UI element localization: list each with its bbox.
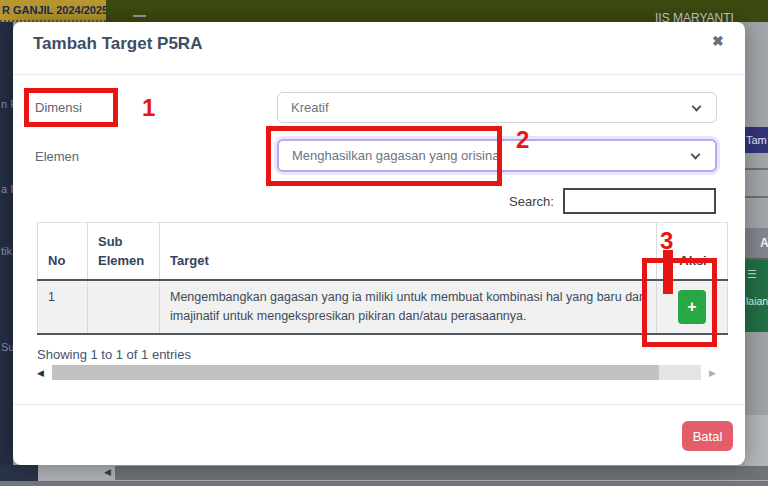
- background-table-border: [745, 196, 768, 198]
- table-hscrollbar-track[interactable]: [52, 365, 701, 380]
- modal-title: Tambah Target P5RA: [33, 34, 202, 54]
- search-label: Search:: [509, 194, 554, 209]
- divider: [13, 404, 745, 405]
- sidebar-item-fragment[interactable]: n P: [1, 98, 13, 110]
- page-bottom-bar: [0, 481, 768, 486]
- minimize-dash-icon: [133, 15, 146, 17]
- app-sidebar: n P a I tik Su: [0, 22, 13, 486]
- add-target-button[interactable]: +: [678, 290, 706, 324]
- background-table-border: [745, 168, 768, 170]
- column-header-sub-elemen[interactable]: Sub Elemen: [88, 223, 160, 279]
- cell-sub-elemen: [88, 281, 160, 333]
- penilaian-button-fragment[interactable]: ☰ laian: [745, 260, 768, 332]
- table-hscrollbar: ◀ ▶: [37, 364, 716, 381]
- app-topbar: [0, 0, 768, 22]
- page-hscrollbar-thumb[interactable]: [115, 466, 768, 480]
- table-hscrollbar-thumb[interactable]: [52, 365, 659, 380]
- sidebar-bottom: [0, 465, 38, 481]
- column-header-no[interactable]: No: [37, 223, 88, 279]
- dimensi-label: Dimensi: [35, 100, 82, 115]
- target-table: No Sub Elemen Target Aksi 1 Mengembangka…: [37, 222, 728, 335]
- menu-icon: ☰: [747, 268, 768, 281]
- sidebar-item-fragment[interactable]: Su: [1, 341, 13, 353]
- scroll-left-icon[interactable]: ◀: [104, 467, 111, 477]
- penilaian-button-label: laian: [745, 295, 768, 307]
- scroll-right-icon[interactable]: ▶: [701, 368, 716, 378]
- dimensi-select[interactable]: Kreatif: [277, 92, 717, 123]
- cell-aksi: +: [657, 281, 728, 333]
- scroll-left-icon[interactable]: ◀: [37, 368, 52, 378]
- dimensi-selected-value: Kreatif: [291, 100, 329, 115]
- elemen-select[interactable]: Menghasilkan gagasan yang orisinal: [277, 139, 717, 172]
- cell-target: Mengembangkan gagasan yang ia miliki unt…: [160, 281, 657, 333]
- cancel-button[interactable]: Batal: [682, 421, 733, 451]
- tambah-button-fragment[interactable]: Tam: [745, 127, 768, 153]
- background-aksi-header: A: [745, 228, 768, 258]
- semester-badge[interactable]: R GANJIL 2024/2025: [0, 0, 106, 22]
- background-table: [745, 153, 768, 228]
- column-header-aksi[interactable]: Aksi: [657, 223, 728, 279]
- elemen-selected-value: Menghasilkan gagasan yang orisinal: [292, 148, 502, 163]
- table-row: 1 Mengembangkan gagasan yang ia miliki u…: [37, 281, 728, 335]
- entries-info: Showing 1 to 1 of 1 entries: [37, 347, 191, 362]
- column-header-target[interactable]: Target: [160, 223, 657, 279]
- background-content: [745, 22, 768, 127]
- cell-no: 1: [37, 281, 88, 333]
- chevron-down-icon: [691, 149, 701, 159]
- chevron-down-icon: [692, 101, 702, 111]
- divider: [13, 74, 745, 75]
- background-content: [745, 332, 768, 415]
- elemen-label: Elemen: [35, 149, 79, 164]
- close-icon[interactable]: ✖: [712, 33, 724, 49]
- sidebar-item-fragment[interactable]: tik: [1, 245, 12, 257]
- table-header-row: No Sub Elemen Target Aksi: [37, 223, 728, 281]
- sidebar-item-fragment[interactable]: a I: [1, 183, 13, 195]
- search-input[interactable]: [563, 188, 716, 214]
